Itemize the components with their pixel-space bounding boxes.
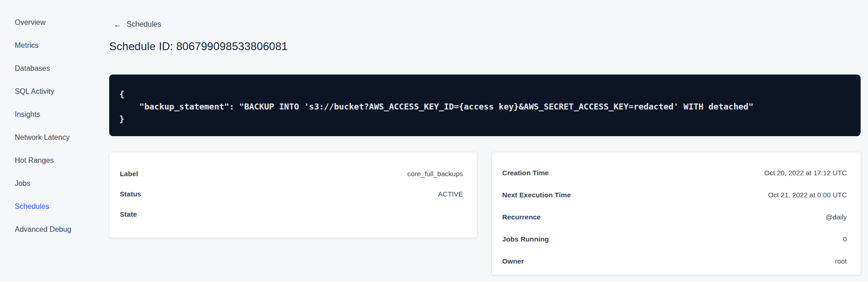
card-row-value: ACTIVE [438,190,463,198]
card-row-label: Owner [502,257,524,265]
card-row-label: Next Execution Time [502,191,571,199]
schedule-statement-code-block: { "backup_statement": "BACKUP INTO 's3:/… [109,75,861,136]
schedule-info-card: Labelcore_full_backupsStatusACTIVEState [109,152,477,238]
detail-cards: Labelcore_full_backupsStatusACTIVEState … [109,152,861,275]
card-row-recurrence: Recurrence@daily [502,206,847,228]
card-row-value: core_full_backups [407,170,463,178]
back-to-schedules-link[interactable]: ← Schedules [114,20,161,29]
schedule-timing-card: Creation TimeOct 20, 2022 at 17:12 UTCNe… [492,152,861,275]
card-row-label: Jobs Running [502,235,549,243]
back-arrow-icon: ← [114,21,122,29]
card-row-jobs-running: Jobs Running0 [502,228,847,250]
card-row-value: @daily [826,213,847,221]
card-row-next-execution-time: Next Execution TimeOct 21, 2022 at 0:00 … [502,184,847,206]
card-row-label: State [120,210,137,218]
card-row-creation-time: Creation TimeOct 20, 2022 at 17:12 UTC [502,161,847,184]
card-row-status: StatusACTIVE [120,184,463,204]
card-row-label: Recurrence [502,213,541,221]
card-row-label: Labelcore_full_backups [120,163,463,184]
back-link-label: Schedules [127,20,161,29]
card-row-value: root [835,257,847,265]
card-row-value: 0 [843,235,847,243]
card-row-owner: Ownerroot [502,250,847,272]
card-row-label: Creation Time [502,169,549,177]
schedule-details-page: OverviewMetricsDatabasesSQL ActivityInsi… [0,0,868,282]
card-row-state: State [120,204,463,224]
page-title: Schedule ID: 806799098533806081 [109,40,287,53]
card-row-label: Status [120,190,141,198]
main-content: ← Schedules Schedule ID: 806799098533806… [0,0,868,282]
card-row-label: Label [120,170,138,178]
card-row-value: Oct 20, 2022 at 17:12 UTC [764,169,847,177]
card-row-value: Oct 21, 2022 at 0:00 UTC [768,191,847,199]
